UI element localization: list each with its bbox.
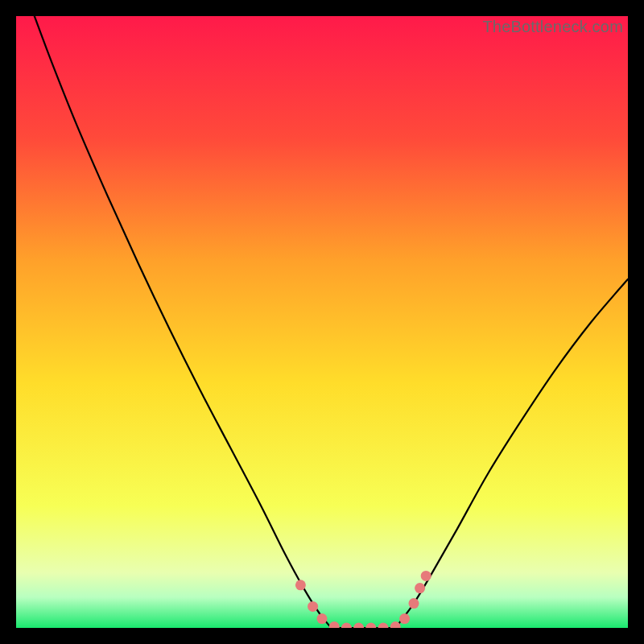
watermark-text: TheBottleneck.com: [482, 18, 623, 36]
chart-frame: TheBottleneck.com: [16, 16, 628, 628]
marker-dot: [308, 601, 318, 612]
marker-dot: [399, 613, 410, 624]
marker-dot: [415, 583, 425, 593]
marker-dot: [317, 613, 328, 624]
marker-dot: [421, 571, 431, 581]
marker-dot: [295, 580, 306, 590]
gradient-background: [16, 16, 628, 628]
bottleneck-chart: [16, 16, 628, 628]
marker-dot: [409, 598, 419, 609]
